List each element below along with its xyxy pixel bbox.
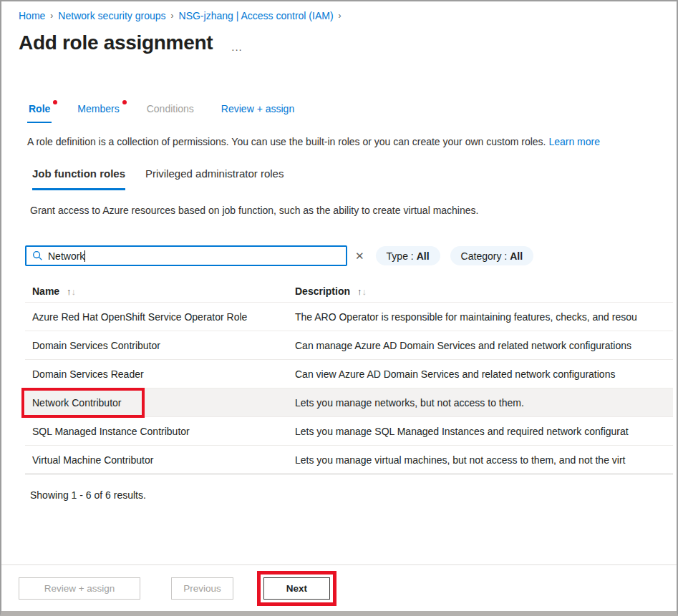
text-cursor [84, 250, 85, 262]
breadcrumb-separator: › [339, 11, 342, 21]
table-row[interactable]: Virtual Machine Contributor Lets you man… [25, 446, 673, 474]
breadcrumb-separator: › [171, 11, 174, 21]
grant-access-description: Grant access to Azure resources based on… [30, 205, 677, 216]
title-row: Add role assignment ... [19, 31, 677, 54]
table-row-network-contributor[interactable]: Network Contributor Lets you manage netw… [25, 388, 673, 417]
search-input[interactable]: Network [25, 245, 347, 266]
previous-button[interactable]: Previous [171, 577, 233, 600]
table-row[interactable]: SQL Managed Instance Contributor Lets yo… [25, 417, 673, 446]
tab-privileged-administrator-roles[interactable]: Privileged administrator roles [145, 167, 284, 190]
role-name: Network Contributor [25, 397, 288, 409]
table-header: Name ↑↓ Description ↑↓ [25, 280, 673, 303]
description-header-label: Description [295, 285, 350, 297]
filter-type-label: Type : [387, 250, 414, 262]
role-name-label: Network Contributor [32, 397, 122, 409]
tab-conditions-label: Conditions [147, 103, 194, 114]
filter-category[interactable]: Category : All [450, 246, 533, 265]
role-name: Azure Red Hat OpenShift Service Operator… [25, 311, 288, 323]
sort-icons: ↑↓ [357, 286, 367, 297]
tab-role[interactable]: Role [27, 100, 52, 123]
roles-table: Name ↑↓ Description ↑↓ Azure Red Hat Ope… [25, 280, 673, 474]
breadcrumb-network-security-groups[interactable]: Network security groups [58, 10, 165, 21]
tab-conditions: Conditions [145, 100, 195, 123]
learn-more-link[interactable]: Learn more [548, 136, 600, 147]
role-description: Can view Azure AD Domain Services and re… [288, 368, 673, 380]
role-description: Lets you manage SQL Managed Instances an… [288, 426, 673, 437]
required-dot-icon [122, 100, 127, 104]
filter-type[interactable]: Type : All [376, 246, 440, 265]
more-options-icon[interactable]: ... [231, 41, 243, 53]
role-name: Virtual Machine Contributor [25, 454, 288, 466]
breadcrumb: Home › Network security groups › NSG-jzh… [19, 10, 677, 21]
intro-text: A role definition is a collection of per… [27, 136, 546, 147]
next-button[interactable]: Next [263, 577, 330, 600]
tab-review-assign[interactable]: Review + assign [220, 100, 296, 123]
role-name: SQL Managed Instance Contributor [25, 426, 288, 437]
tab-members-label: Members [77, 103, 119, 114]
role-description: The ARO Operator is responsible for main… [288, 311, 673, 323]
column-header-description[interactable]: Description ↑↓ [288, 285, 673, 297]
breadcrumb-home[interactable]: Home [19, 10, 45, 21]
review-assign-button[interactable]: Review + assign [19, 577, 140, 600]
tab-role-label: Role [29, 103, 50, 114]
table-row[interactable]: Domain Services Reader Can view Azure AD… [25, 360, 673, 388]
table-row[interactable]: Azure Red Hat OpenShift Service Operator… [25, 303, 673, 331]
filter-category-label: Category : [461, 250, 508, 262]
annotation-box-network-contributor: Network Contributor [21, 388, 145, 418]
tab-members[interactable]: Members [76, 100, 120, 123]
role-definition-intro: A role definition is a collection of per… [27, 136, 677, 147]
footer-action-bar: Review + assign Previous Next [1, 564, 677, 611]
tab-job-function-roles[interactable]: Job function roles [32, 167, 125, 190]
results-count: Showing 1 - 6 of 6 results. [30, 489, 677, 501]
table-row[interactable]: Domain Services Contributor Can manage A… [25, 331, 673, 360]
page-content: Home › Network security groups › NSG-jzh… [1, 1, 677, 501]
role-description: Lets you manage networks, but not access… [288, 397, 673, 409]
role-description: Can manage Azure AD Domain Services and … [288, 340, 673, 351]
filter-type-value: All [417, 250, 430, 262]
sort-icons: ↑↓ [67, 286, 76, 297]
filter-category-value: All [510, 250, 523, 262]
tab-review-assign-label: Review + assign [221, 103, 294, 114]
sort-desc-icon: ↓ [362, 286, 367, 297]
sort-desc-icon: ↓ [72, 286, 77, 297]
breadcrumb-nsg-access-control[interactable]: NSG-jzhang | Access control (IAM) [179, 10, 334, 21]
name-header-label: Name [32, 285, 59, 297]
role-description: Lets you manage virtual machines, but no… [288, 454, 673, 466]
role-name: Domain Services Reader [25, 368, 288, 380]
breadcrumb-separator: › [50, 11, 53, 21]
page-title: Add role assignment [19, 31, 213, 54]
column-header-name[interactable]: Name ↑↓ [25, 285, 288, 297]
wizard-tabs: Role Members Conditions Review + assign [27, 100, 677, 123]
clear-search-icon[interactable]: ✕ [355, 250, 364, 261]
search-input-value: Network [48, 250, 84, 262]
role-type-tabs: Job function roles Privileged administra… [32, 167, 677, 190]
search-icon [32, 250, 43, 261]
required-dot-icon [53, 100, 57, 104]
role-name: Domain Services Contributor [25, 340, 288, 351]
annotation-box-next: Next [257, 571, 336, 606]
search-filter-row: Network ✕ Type : All Category : All [25, 245, 677, 266]
